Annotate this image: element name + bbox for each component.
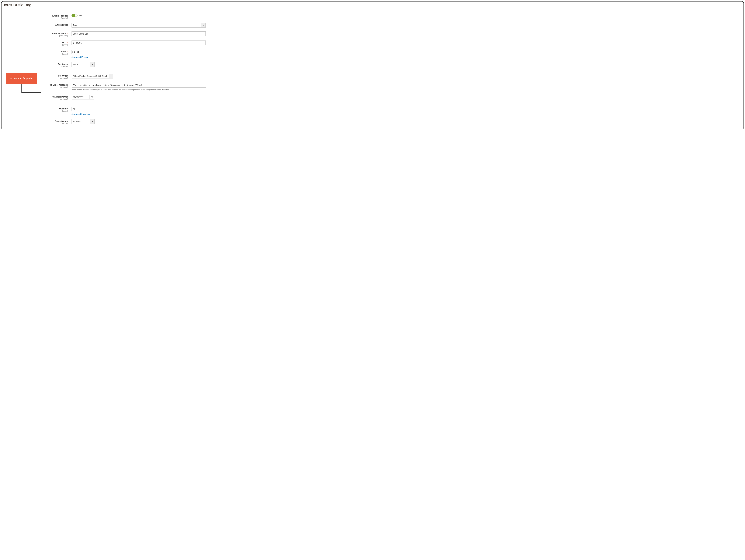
pre-order-select[interactable]: When Product Become Out Of Stock <box>72 74 114 78</box>
pre-order-message-input[interactable] <box>72 83 206 88</box>
chevron-down-icon <box>90 62 94 67</box>
enable-product-value: Yes <box>79 14 83 17</box>
svg-rect-5 <box>92 97 92 97</box>
availability-date-field[interactable]: 09/30/2017 <box>72 95 94 100</box>
label-pre-order: Pre-Order [store view] <box>40 74 72 79</box>
enable-product-toggle[interactable] <box>71 14 77 17</box>
label-stock-status: Stock Status [global] <box>40 119 71 124</box>
advanced-pricing-link[interactable]: Advanced Pricing <box>71 56 88 58</box>
chevron-down-icon <box>201 23 205 27</box>
chevron-down-icon <box>90 119 94 124</box>
label-tax-class: Tax Class [website] <box>40 62 71 67</box>
label-product-name: Product Name* [store view] <box>40 31 71 37</box>
attribute-set-select[interactable]: Bag <box>71 23 206 28</box>
currency-prefix: $ <box>72 50 73 54</box>
product-name-input[interactable] <box>71 31 206 36</box>
label-sku: SKU* [global] <box>40 40 71 46</box>
label-price: Price* [global] <box>40 49 71 55</box>
callout-text: Set pre-order for product <box>9 77 34 80</box>
page-title: Joust Duffle Bag <box>1 1 744 10</box>
advanced-inventory-link[interactable]: Advanced Inventory <box>71 113 90 115</box>
label-attribute-set: Attribute Set <box>40 23 71 26</box>
chevron-down-icon <box>109 74 113 78</box>
product-form: Enable Product [website] Yes Attribute S… <box>1 10 744 128</box>
label-quantity: Quantity [global] <box>40 107 71 112</box>
svg-rect-4 <box>91 97 92 97</box>
preorder-highlight-box: Pre-Order [store view] When Product Beco… <box>39 71 741 103</box>
quantity-input[interactable] <box>71 107 94 111</box>
tax-class-select[interactable]: None <box>71 62 95 67</box>
callout-preorder: Set pre-order for product <box>6 73 37 84</box>
label-availability-date: Availability Date [store view] <box>40 95 72 100</box>
stock-status-select[interactable]: In Stock <box>71 119 95 124</box>
toggle-knob <box>75 14 77 17</box>
price-input-wrap: $ <box>71 49 94 54</box>
label-pre-order-message: Pre-Order Message [store view] <box>40 83 72 88</box>
sku-input[interactable] <box>71 40 206 45</box>
price-input[interactable] <box>73 50 101 54</box>
pre-order-message-helper: {date} can be used as Availability Date.… <box>72 89 740 91</box>
calendar-icon[interactable] <box>89 95 94 99</box>
product-edit-frame: Joust Duffle Bag Set pre-order for produ… <box>1 1 744 129</box>
label-enable-product: Enable Product [website] <box>40 14 71 19</box>
